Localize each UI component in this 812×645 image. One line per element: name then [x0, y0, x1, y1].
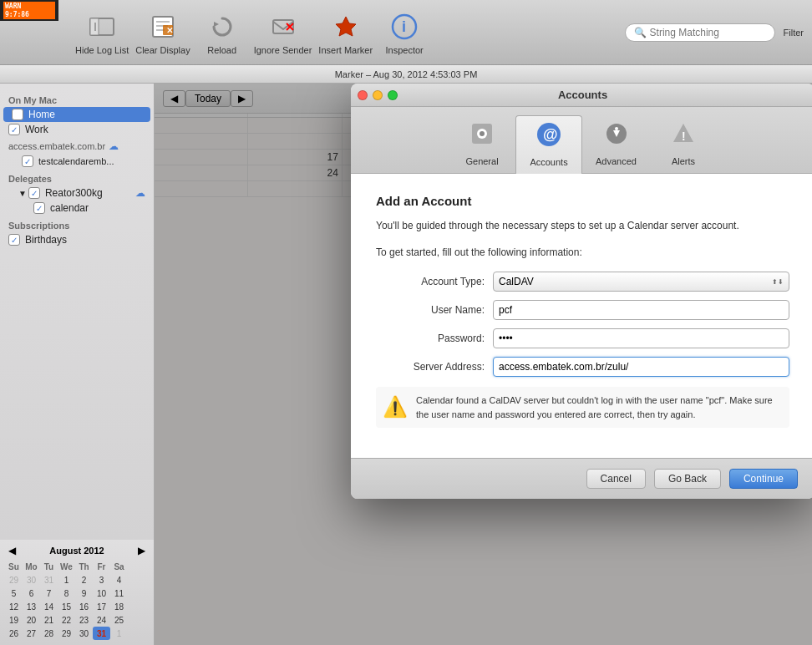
testcal-checkbox[interactable] — [22, 155, 33, 167]
mini-cal-cell[interactable]: 7 — [40, 587, 58, 600]
username-input[interactable] — [493, 300, 789, 320]
cancel-button[interactable]: Cancel — [586, 469, 646, 489]
mini-cal-cell[interactable]: 14 — [40, 600, 58, 613]
birthdays-checkbox[interactable] — [8, 234, 20, 246]
inspector-label: Inspector — [386, 45, 424, 55]
mini-cal-cell[interactable]: 23 — [75, 613, 93, 627]
main-area: On My Mac Home Work access.embatek.com.b… — [0, 84, 812, 645]
svg-text:✕: ✕ — [166, 26, 173, 35]
mini-cal-cell[interactable]: 30 — [75, 627, 93, 640]
window-close-button[interactable] — [358, 90, 368, 100]
mini-cal-cell[interactable]: 3 — [93, 573, 110, 587]
mini-cal-grid: Su Mo Tu We Th Fr Sa 29 30 31 1 2 3 4 — [5, 560, 149, 640]
mini-cal-cell[interactable]: 29 — [5, 573, 23, 587]
insert-marker-button[interactable]: Insert Marker — [318, 10, 373, 55]
reator-checkbox[interactable] — [28, 187, 40, 199]
tab-general[interactable]: General — [449, 115, 515, 173]
tab-accounts[interactable]: @ Accounts — [515, 115, 582, 174]
mini-cal-cell[interactable]: 26 — [5, 627, 23, 640]
home-checkbox[interactable] — [12, 109, 23, 120]
mini-cal-cell[interactable]: 10 — [93, 587, 110, 600]
continue-button[interactable]: Continue — [729, 469, 798, 489]
sidebar-item-reator[interactable]: ▼ Reator300kg ☁ — [13, 185, 154, 201]
mini-cal-cell[interactable]: 24 — [93, 613, 110, 627]
add-account-title: Add an Account — [376, 194, 789, 208]
mini-cal-cell[interactable]: 20 — [23, 613, 40, 627]
mini-cal-cell[interactable]: 28 — [40, 627, 58, 640]
mini-cal-cell[interactable]: 22 — [58, 613, 75, 627]
mini-cal-next[interactable]: ▶ — [134, 545, 149, 556]
work-checkbox[interactable] — [8, 124, 20, 135]
mini-cal-cell[interactable]: 25 — [110, 613, 128, 627]
mini-cal-cell[interactable]: 1 — [110, 627, 128, 640]
mini-cal-cell[interactable]: 1 — [58, 573, 75, 587]
go-back-button[interactable]: Go Back — [654, 469, 721, 489]
mini-cal-cell[interactable]: 2 — [75, 573, 93, 587]
calendar-area: ◀ Today ▶ Aug ust 2012 1 — [155, 84, 812, 645]
mini-cal-cell[interactable]: 16 — [75, 600, 93, 613]
mini-cal-cell[interactable]: 9 — [75, 587, 93, 600]
mini-cal-cell[interactable]: 4 — [110, 573, 128, 587]
mini-cal-cell[interactable]: 6 — [23, 587, 40, 600]
svg-text:@: @ — [543, 126, 558, 143]
mini-cal-cell[interactable]: 21 — [40, 613, 58, 627]
mini-cal-cell[interactable]: 17 — [93, 600, 110, 613]
cal-checkbox[interactable] — [33, 202, 45, 214]
svg-rect-1 — [90, 18, 99, 35]
sidebar-item-birthdays[interactable]: Birthdays — [0, 232, 154, 247]
mini-cal-cell[interactable]: 29 — [58, 627, 75, 640]
add-account-panel: Add an Account You'll be guided through … — [351, 174, 812, 458]
hide-log-list-button[interactable]: Hide Log List — [75, 10, 129, 55]
ignore-sender-icon — [266, 10, 300, 43]
advanced-icon — [603, 120, 630, 153]
mini-cal-cell[interactable]: 15 — [58, 600, 75, 613]
password-input[interactable] — [493, 328, 789, 348]
mini-cal-cell[interactable]: 30 — [23, 573, 40, 587]
sidebar-item-home[interactable]: Home — [3, 107, 150, 122]
svg-text:i: i — [402, 18, 406, 35]
server-address-row: Server Address: — [376, 357, 789, 377]
mini-cal-cell[interactable]: 13 — [23, 600, 40, 613]
account-type-select[interactable]: CalDAV — [493, 272, 789, 292]
accounts-tab-label: Accounts — [530, 157, 567, 167]
mini-cal-week1: 29 30 31 1 2 3 4 — [5, 573, 149, 587]
tab-alerts[interactable]: ! Alerts — [650, 115, 717, 173]
password-label: Password: — [376, 333, 485, 344]
cloud-icon: ☁ — [109, 140, 119, 152]
marker-bar: Marker – Aug 30, 2012 4:53:03 PM — [0, 65, 812, 84]
clear-display-button[interactable]: ✕ Clear Display — [135, 10, 190, 55]
sidebar-item-work[interactable]: Work — [0, 122, 154, 137]
add-account-description: You'll be guided through the necessary s… — [376, 218, 789, 233]
mini-cal-cell[interactable]: 12 — [5, 600, 23, 613]
mini-cal-cell[interactable]: 19 — [5, 613, 23, 627]
window-maximize-button[interactable] — [388, 90, 398, 100]
mini-cal-cell[interactable]: 18 — [110, 600, 128, 613]
mini-cal-cell[interactable]: 11 — [110, 587, 128, 600]
mini-cal-week4: 19 20 21 22 23 24 25 — [5, 613, 149, 627]
sidebar-item-calendar[interactable]: calendar — [13, 201, 154, 216]
mini-cal-cell[interactable]: 5 — [5, 587, 23, 600]
alerts-icon: ! — [670, 120, 697, 153]
sidebar-item-testcal[interactable]: testcalendaremb... — [13, 154, 154, 169]
mini-cal-cell[interactable]: 31 — [40, 573, 58, 587]
mini-cal-prev[interactable]: ◀ — [5, 545, 19, 556]
reload-button[interactable]: Reload — [197, 10, 247, 55]
ignore-sender-label: Ignore Sender — [254, 45, 312, 55]
tab-advanced[interactable]: Advanced — [582, 115, 650, 173]
search-box[interactable]: 🔍 — [625, 23, 775, 42]
server-address-input[interactable] — [493, 357, 789, 377]
accounts-titlebar: Accounts — [351, 84, 812, 107]
mini-cal-today[interactable]: 31 — [93, 627, 110, 640]
mini-calendar: ◀ August 2012 ▶ Su Mo Tu We Th Fr Sa 29 … — [0, 540, 154, 645]
mini-cal-mo: Mo — [23, 560, 40, 573]
mini-cal-cell[interactable]: 27 — [23, 627, 40, 640]
ignore-sender-button[interactable]: Ignore Sender — [254, 10, 312, 55]
mini-cal-cell[interactable]: 8 — [58, 587, 75, 600]
log-warning-badge: WARN9:7:86 — [0, 0, 58, 21]
delegates-label: Delegates — [0, 169, 154, 185]
accounts-icon: @ — [535, 121, 562, 154]
search-input[interactable] — [650, 27, 766, 38]
inspector-button[interactable]: i Inspector — [379, 10, 429, 55]
window-minimize-button[interactable] — [373, 90, 383, 100]
mini-cal-sa: Sa — [110, 560, 128, 573]
